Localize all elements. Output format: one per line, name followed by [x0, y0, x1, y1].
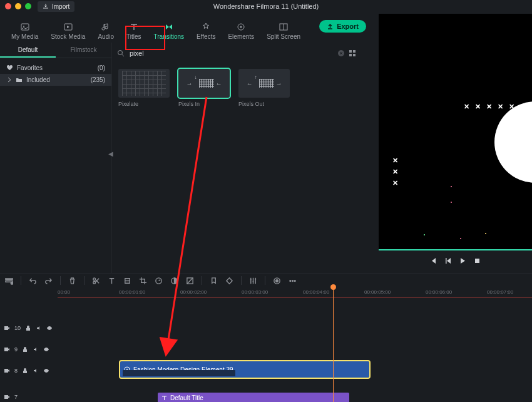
- svg-rect-15: [475, 259, 479, 263]
- track-head-7[interactable]: 7: [0, 388, 59, 402]
- svg-line-8: [122, 54, 124, 56]
- clip-title[interactable]: Default Title: [158, 393, 349, 402]
- svg-rect-41: [4, 395, 8, 399]
- text-icon[interactable]: [108, 277, 116, 285]
- tab-stock-media[interactable]: Stock Media: [44, 21, 91, 43]
- tab-elements[interactable]: Elements: [222, 21, 260, 43]
- preview-canvas[interactable]: ✕ ✕ ✕ ✕ ✕ ✕ ✕ ✕ ✕: [379, 14, 532, 250]
- tab-audio[interactable]: Audio: [91, 21, 120, 43]
- play-button[interactable]: [459, 257, 466, 264]
- undo-icon[interactable]: [29, 277, 37, 285]
- svg-point-18: [11, 282, 13, 284]
- redo-icon[interactable]: [44, 277, 53, 285]
- tab-split-screen[interactable]: Split Screen: [260, 21, 307, 43]
- svg-point-20: [93, 281, 96, 284]
- track-lane-8[interactable]: Fashion Modern Design Element 39: [58, 361, 532, 378]
- edit-icon[interactable]: [123, 277, 131, 285]
- play-backward-button[interactable]: [445, 257, 452, 264]
- mute-icon[interactable]: [36, 325, 42, 331]
- export-button[interactable]: Export: [319, 20, 366, 33]
- video-track-icon: [4, 346, 10, 353]
- track-lane-9[interactable]: [58, 341, 532, 358]
- close-window-button[interactable]: [5, 3, 11, 9]
- svg-point-35: [46, 349, 47, 350]
- subtab-filmstock[interactable]: Filmstock: [56, 43, 111, 58]
- track-head-10[interactable]: 10: [0, 319, 59, 337]
- svg-rect-11: [353, 50, 356, 53]
- crop-icon[interactable]: [139, 277, 147, 285]
- svg-point-28: [294, 280, 295, 281]
- stop-button[interactable]: [474, 257, 481, 264]
- markers-icon[interactable]: [210, 277, 218, 285]
- transition-pixelate[interactable]: Pixelate: [118, 69, 170, 107]
- prev-frame-button[interactable]: [431, 257, 437, 264]
- transition-pixels-out[interactable]: ← ↑ → Pixels Out: [238, 69, 290, 107]
- chevron-right-icon: [6, 77, 12, 83]
- svg-point-25: [276, 279, 279, 282]
- svg-rect-34: [23, 349, 27, 352]
- more-icon[interactable]: [289, 277, 297, 285]
- category-favorites[interactable]: Favorites (0): [0, 62, 111, 74]
- maximize-window-button[interactable]: [25, 3, 31, 9]
- mute-icon[interactable]: [33, 368, 39, 374]
- svg-rect-12: [349, 54, 352, 56]
- track-head-9[interactable]: 9: [0, 341, 59, 358]
- video-track-icon: [4, 394, 10, 400]
- import-label: Import: [52, 3, 69, 10]
- visibility-icon[interactable]: [46, 325, 53, 331]
- keyframe-icon[interactable]: [225, 277, 233, 285]
- track-lane-10[interactable]: [58, 319, 532, 337]
- track-lane-7[interactable]: Default Title: [58, 392, 532, 402]
- lock-icon[interactable]: [22, 368, 28, 374]
- timeline-ruler[interactable]: 00:00 00:00:01:00 00:00:02:00 00:00:03:0…: [0, 287, 532, 301]
- svg-point-27: [292, 280, 294, 281]
- delete-icon[interactable]: [68, 277, 76, 285]
- playhead[interactable]: [333, 287, 334, 402]
- titlebar: Import Wondershare Filmora 11 (Untitled): [0, 0, 532, 13]
- visibility-icon[interactable]: [43, 346, 49, 353]
- category-included[interactable]: Included (235): [0, 74, 111, 86]
- video-track-icon: [4, 368, 10, 374]
- color-icon[interactable]: [170, 277, 178, 285]
- grid-view-icon[interactable]: [349, 49, 357, 57]
- tab-effects[interactable]: Effects: [190, 21, 222, 43]
- track-head-8[interactable]: 8: [0, 362, 59, 379]
- tab-titles[interactable]: Titles: [120, 21, 148, 43]
- import-button[interactable]: Import: [38, 1, 74, 12]
- svg-point-1: [23, 26, 24, 27]
- green-screen-icon[interactable]: [186, 277, 194, 285]
- record-icon[interactable]: [273, 277, 281, 285]
- mute-icon[interactable]: [33, 346, 39, 353]
- tab-transitions[interactable]: Transitions: [148, 21, 191, 43]
- search-input[interactable]: [128, 49, 256, 58]
- clip-element[interactable]: Fashion Modern Design Element 39: [120, 361, 369, 378]
- svg-rect-10: [349, 50, 352, 53]
- subtab-default[interactable]: Default: [0, 43, 56, 58]
- lock-icon[interactable]: [25, 325, 31, 331]
- svg-rect-30: [4, 326, 8, 330]
- svg-rect-16: [6, 278, 13, 279]
- add-track-icon[interactable]: [5, 277, 13, 285]
- visibility-icon[interactable]: [43, 368, 49, 374]
- speed-icon[interactable]: [155, 277, 163, 285]
- clear-search-icon[interactable]: [337, 49, 345, 57]
- svg-point-19: [93, 277, 96, 280]
- video-track-icon: [4, 325, 10, 331]
- category-sidebar: Default Filmstock Favorites (0) Included…: [0, 43, 111, 274]
- svg-rect-33: [4, 348, 8, 351]
- mixer-icon[interactable]: [249, 277, 257, 285]
- split-icon[interactable]: [92, 277, 100, 285]
- window-title: Wondershare Filmora 11 (Untitled): [0, 3, 532, 10]
- transition-pixels-in[interactable]: → ↓ ← Pixels In: [178, 69, 230, 107]
- svg-point-4: [240, 26, 242, 28]
- window-controls: [5, 3, 31, 9]
- svg-point-32: [49, 327, 50, 329]
- lock-icon[interactable]: [22, 346, 28, 353]
- preview-panel: ✕ ✕ ✕ ✕ ✕ ✕ ✕ ✕ ✕: [379, 14, 532, 271]
- svg-rect-37: [23, 371, 27, 373]
- tab-my-media[interactable]: My Media: [5, 21, 44, 43]
- minimize-window-button[interactable]: [15, 3, 21, 9]
- svg-rect-31: [26, 328, 30, 331]
- collapse-sidebar-handle[interactable]: ◀: [108, 150, 113, 157]
- search-icon: [117, 49, 125, 57]
